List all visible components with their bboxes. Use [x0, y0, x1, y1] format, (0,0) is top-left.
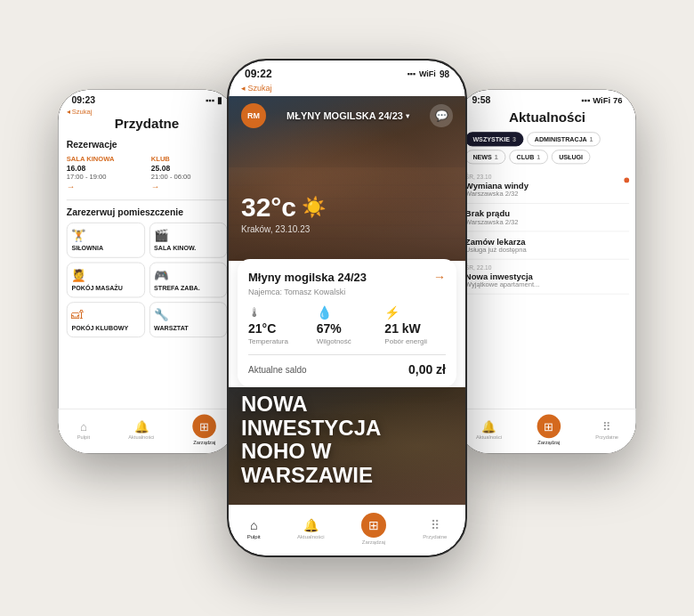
- metric-energy: ⚡ 21 kW Pobór energii: [384, 305, 446, 345]
- news-date-0: ŚR, 23.10: [465, 174, 629, 181]
- reservation-1: KLUB 25.08 21:00 - 06:00 →: [151, 155, 228, 191]
- center-card: Młyny mogilska 24/23 → Najemca: Tomasz K…: [238, 259, 456, 387]
- chip-administracja-count: 1: [589, 135, 593, 143]
- chip-uslugi[interactable]: USŁUGI: [552, 150, 591, 164]
- center-nav-zarzadzaj-label: Zarządzaj: [362, 539, 385, 545]
- left-bottom-nav: ⌂ Pulpit 🔔 Aktualności ⊞ Zarządzaj: [58, 409, 236, 453]
- left-nav-aktualnosci[interactable]: 🔔 Aktualności: [128, 419, 154, 440]
- card-title-row: Młyny mogilska 24/23 →: [248, 270, 446, 284]
- chip-uslugi-label: USŁUGI: [559, 153, 583, 161]
- center-bell-icon: 🔔: [303, 518, 319, 532]
- chip-news-count: 1: [495, 153, 498, 161]
- center-bottom-nav: ⌂ Pulpit 🔔 Aktualności ⊞ Zarządzaj ⠿ Prz…: [229, 505, 465, 555]
- zarzadzaj-circle: ⊞: [193, 415, 217, 439]
- reservations-row: SALA KINOWA 16.08 17:00 - 19:00 → KLUB 2…: [67, 155, 228, 191]
- right-dots-icon: ⠿: [602, 419, 611, 433]
- left-nav-zarzadzaj-label: Zarządzaj: [193, 440, 215, 445]
- room-label-1: SALA KINOW.: [154, 245, 196, 253]
- avatar-rm[interactable]: RM: [241, 103, 266, 128]
- phones-container: 09:23 ▪▪▪ ▮ ◂ Szukaj Przydatne Rezerwacj…: [0, 0, 694, 616]
- room-icon-1: 🎬: [154, 229, 168, 242]
- right-nav-przydatne-label: Przydatne: [595, 434, 618, 440]
- center-time: 09:22: [245, 68, 272, 80]
- left-battery: ▮: [217, 95, 222, 104]
- room-label-5: WARSZTAT: [154, 324, 189, 332]
- room-5[interactable]: 🔧 WARSZTAT: [149, 302, 227, 337]
- promo-text: NOWAINWESTYCJANOHO WWARSZAWIE: [241, 393, 381, 487]
- saldo-value: 0,00 zł: [408, 362, 446, 377]
- weather-date: Kraków, 23.10.23: [241, 224, 326, 234]
- chip-news-label: NEWS: [472, 153, 491, 161]
- left-nav-zarzadzaj[interactable]: ⊞ Zarządzaj: [193, 415, 217, 445]
- news-dot-0: [624, 178, 629, 183]
- room-label-3: STREFA ZABA.: [154, 284, 200, 292]
- center-nav-przydatne-label: Przydatne: [423, 534, 447, 539]
- right-time: 9:58: [472, 94, 490, 104]
- res-time-1: 21:00 - 06:00: [151, 173, 228, 181]
- right-signal: ▪▪▪: [581, 95, 590, 104]
- right-zarzadzaj-circle: ⊞: [537, 415, 561, 439]
- right-bell-icon: 🔔: [481, 419, 496, 433]
- center-nav-zarzadzaj[interactable]: ⊞ Zarządzaj: [361, 513, 386, 545]
- weather-info: 32°c ☀️ Kraków, 23.10.23: [241, 192, 326, 234]
- chip-club[interactable]: CLUB 1: [509, 150, 548, 164]
- right-nav-aktualnosci[interactable]: 🔔 Aktualności: [476, 419, 502, 440]
- res-type-1: KLUB: [151, 155, 228, 163]
- rooms-grid: 🏋 SIŁOWNIA 🎬 SALA KINOW. 💆 POKÓJ MASAŻU …: [67, 223, 228, 337]
- room-3[interactable]: 🎮 STREFA ZABA.: [149, 263, 227, 298]
- room-0[interactable]: 🏋 SIŁOWNIA: [67, 223, 145, 258]
- right-wifi: WiFi: [593, 95, 610, 104]
- phone-center: 09:22 ▪▪▪ WiFi 98 ◂ Szukaj: [227, 59, 467, 557]
- news-item-3[interactable]: ŚR, 22.10 Nowa inwestycja Wyjątkowe apar…: [465, 260, 629, 295]
- left-nav-aktualnosci-label: Aktualności: [128, 434, 154, 440]
- chip-wszystkie[interactable]: WSZYSTKIE 3: [465, 132, 524, 146]
- news-sub-1: Warszawska 2/32: [465, 218, 629, 226]
- center-home-icon: ⌂: [250, 518, 257, 532]
- room-2[interactable]: 💆 POKÓJ MASAŻU: [67, 263, 145, 298]
- room-icon-0: 🏋: [71, 229, 85, 242]
- center-header-image: RM MŁYNY MOGILSKA 24/23 ▾ 💬 32°c ☀️ Krak…: [229, 96, 465, 261]
- news-list: ŚR, 23.10 Wymiana windy Warszawska 2/32 …: [458, 169, 636, 295]
- center-nav-pulpit[interactable]: ⌂ Pulpit: [247, 518, 261, 539]
- center-status-bar: 09:22 ▪▪▪ WiFi 98: [229, 61, 465, 84]
- left-nav-pulpit[interactable]: ⌂ Pulpit: [77, 419, 90, 440]
- left-status-bar: 09:23 ▪▪▪ ▮: [58, 90, 236, 107]
- card-arrow-icon[interactable]: →: [433, 270, 446, 284]
- left-back[interactable]: ◂ Szukaj: [58, 107, 236, 116]
- property-name[interactable]: MŁYNY MOGILSKA 24/23 ▾: [286, 110, 409, 121]
- right-nav-zarzadzaj-label: Zarządzaj: [537, 440, 560, 445]
- chip-news[interactable]: NEWS 1: [465, 150, 505, 164]
- center-nav-przydatne[interactable]: ⠿ Przydatne: [423, 518, 447, 539]
- news-item-2[interactable]: Zamów lekarza Usługa już dostępna: [465, 231, 629, 259]
- news-sub-3: Wyjątkowe apartament...: [465, 280, 629, 288]
- right-grid-icon: ⊞: [544, 419, 553, 433]
- room-4[interactable]: 🛋 POKÓJ KLUBOWY: [67, 302, 145, 337]
- center-back[interactable]: ◂ Szukaj: [229, 84, 465, 96]
- property-name-text: MŁYNY MOGILSKA 24/23: [286, 110, 403, 121]
- right-bottom-nav: 🔔 Aktualności ⊞ Zarządzaj ⠿ Przydatne: [458, 409, 636, 453]
- reserve-title: Zarezerwuj pomieszczenie: [67, 207, 228, 217]
- sun-icon: ☀️: [302, 196, 326, 219]
- center-zarzadzaj-circle: ⊞: [361, 513, 386, 538]
- chat-icon[interactable]: 💬: [430, 104, 453, 127]
- center-nav-aktualnosci[interactable]: 🔔 Aktualności: [297, 518, 325, 539]
- room-1[interactable]: 🎬 SALA KINOW.: [149, 223, 227, 258]
- metric-humidity: 💧 67% Wilgotność: [317, 305, 378, 345]
- temperature-value: 32°c: [241, 192, 296, 223]
- promo-section[interactable]: NOWAINWESTYCJANOHO WWARSZAWIE: [229, 387, 465, 505]
- metric-energy-value: 21 kW: [384, 321, 446, 336]
- news-item-1[interactable]: Brak prądu Warszawska 2/32: [465, 204, 629, 231]
- right-nav-zarzadzaj[interactable]: ⊞ Zarządzaj: [537, 415, 561, 445]
- chip-administracja[interactable]: ADMINISTRACJA 1: [527, 132, 601, 146]
- news-date-3: ŚR, 22.10: [465, 264, 629, 271]
- metric-energy-label: Pobór energii: [384, 337, 446, 345]
- chevron-down-icon: ▾: [406, 112, 409, 120]
- right-nav-przydatne[interactable]: ⠿ Przydatne: [595, 419, 618, 440]
- res-date-1: 25.08: [151, 164, 228, 173]
- saldo-label: Aktualne saldo: [248, 365, 307, 375]
- reservation-0: SALA KINOWA 16.08 17:00 - 19:00 →: [67, 155, 143, 191]
- center-signal-icon: ▪▪▪: [407, 69, 416, 78]
- energy-icon: ⚡: [384, 305, 446, 320]
- news-item-0[interactable]: ŚR, 23.10 Wymiana windy Warszawska 2/32: [465, 169, 629, 204]
- center-battery-value: 98: [440, 69, 449, 79]
